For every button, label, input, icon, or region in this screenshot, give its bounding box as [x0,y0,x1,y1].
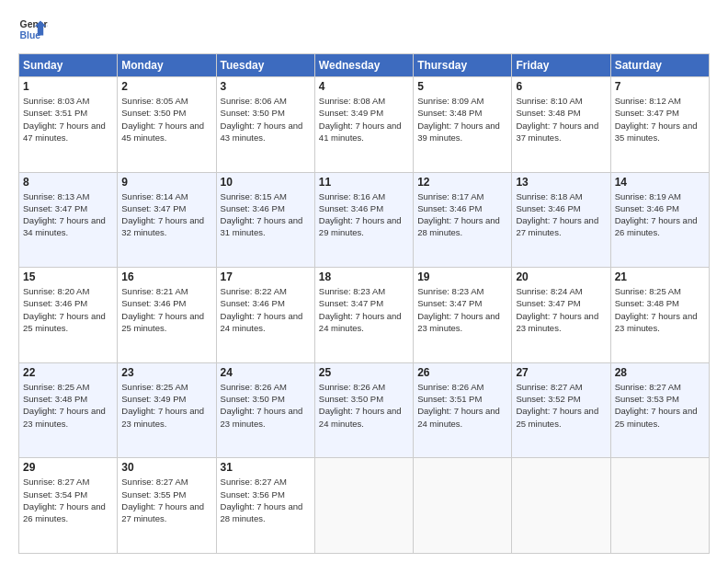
day-number: 17 [221,270,311,283]
calendar-cell: 23 Sunrise: 8:25 AMSunset: 3:49 PMDaylig… [118,362,216,458]
day-header-wednesday: Wednesday [314,54,413,77]
calendar-cell: 14 Sunrise: 8:19 AMSunset: 3:46 PMDaylig… [610,172,709,268]
calendar-cell [314,458,413,554]
day-info: Sunrise: 8:03 AMSunset: 3:51 PMDaylight:… [23,96,106,143]
calendar-cell: 15 Sunrise: 8:20 AMSunset: 3:46 PMDaylig… [19,268,118,363]
day-info: Sunrise: 8:25 AMSunset: 3:49 PMDaylight:… [121,382,204,429]
logo-icon: General Blue [18,15,48,44]
day-number: 14 [615,176,705,189]
calendar-cell [512,458,610,554]
day-header-thursday: Thursday [414,54,512,77]
day-info: Sunrise: 8:23 AMSunset: 3:47 PMDaylight:… [319,286,402,333]
week-row-1: 1 Sunrise: 8:03 AMSunset: 3:51 PMDayligh… [19,77,710,173]
day-number: 21 [615,270,705,283]
day-number: 3 [221,80,311,93]
calendar-cell: 28 Sunrise: 8:27 AMSunset: 3:53 PMDaylig… [610,362,709,458]
day-number: 27 [516,366,606,379]
day-info: Sunrise: 8:16 AMSunset: 3:46 PMDaylight:… [319,191,402,238]
day-number: 2 [121,80,211,93]
day-number: 20 [516,270,606,283]
day-info: Sunrise: 8:13 AMSunset: 3:47 PMDaylight:… [23,191,106,238]
day-info: Sunrise: 8:26 AMSunset: 3:50 PMDaylight:… [221,382,303,429]
day-number: 28 [615,366,705,379]
calendar-cell: 25 Sunrise: 8:26 AMSunset: 3:50 PMDaylig… [314,362,413,458]
day-header-saturday: Saturday [610,54,709,77]
day-number: 9 [121,176,211,189]
calendar-cell [610,458,709,554]
day-number: 10 [221,176,311,189]
day-info: Sunrise: 8:06 AMSunset: 3:50 PMDaylight:… [221,96,303,143]
week-row-5: 29 Sunrise: 8:27 AMSunset: 3:54 PMDaylig… [19,458,710,554]
week-row-3: 15 Sunrise: 8:20 AMSunset: 3:46 PMDaylig… [19,268,710,363]
day-info: Sunrise: 8:25 AMSunset: 3:48 PMDaylight:… [23,382,106,429]
day-number: 11 [319,176,409,189]
day-info: Sunrise: 8:26 AMSunset: 3:51 PMDaylight:… [417,382,500,429]
calendar-cell: 3 Sunrise: 8:06 AMSunset: 3:50 PMDayligh… [216,77,314,173]
calendar-cell: 8 Sunrise: 8:13 AMSunset: 3:47 PMDayligh… [19,172,118,268]
day-info: Sunrise: 8:05 AMSunset: 3:50 PMDaylight:… [121,96,204,143]
calendar-cell: 1 Sunrise: 8:03 AMSunset: 3:51 PMDayligh… [19,77,118,173]
calendar-cell: 9 Sunrise: 8:14 AMSunset: 3:47 PMDayligh… [118,172,216,268]
day-info: Sunrise: 8:24 AMSunset: 3:47 PMDaylight:… [516,286,598,333]
logo: General Blue [18,15,48,44]
calendar-cell: 4 Sunrise: 8:08 AMSunset: 3:49 PMDayligh… [314,77,413,173]
day-info: Sunrise: 8:27 AMSunset: 3:53 PMDaylight:… [615,382,698,429]
day-info: Sunrise: 8:27 AMSunset: 3:54 PMDaylight:… [23,477,106,523]
calendar-cell: 24 Sunrise: 8:26 AMSunset: 3:50 PMDaylig… [216,362,314,458]
day-number: 26 [417,366,507,379]
day-header-tuesday: Tuesday [216,54,314,77]
calendar-cell: 21 Sunrise: 8:25 AMSunset: 3:48 PMDaylig… [610,268,709,363]
calendar-cell [414,458,512,554]
day-info: Sunrise: 8:19 AMSunset: 3:46 PMDaylight:… [615,191,698,238]
calendar-cell: 6 Sunrise: 8:10 AMSunset: 3:48 PMDayligh… [512,77,610,173]
calendar-cell: 30 Sunrise: 8:27 AMSunset: 3:55 PMDaylig… [118,458,216,554]
day-number: 5 [417,80,507,93]
page-header: General Blue [18,15,710,44]
day-info: Sunrise: 8:27 AMSunset: 3:52 PMDaylight:… [516,382,598,429]
calendar-cell: 7 Sunrise: 8:12 AMSunset: 3:47 PMDayligh… [610,77,709,173]
calendar-cell: 27 Sunrise: 8:27 AMSunset: 3:52 PMDaylig… [512,362,610,458]
day-number: 30 [121,461,211,474]
week-row-2: 8 Sunrise: 8:13 AMSunset: 3:47 PMDayligh… [19,172,710,268]
day-header-monday: Monday [118,54,216,77]
calendar-cell: 5 Sunrise: 8:09 AMSunset: 3:48 PMDayligh… [414,77,512,173]
day-info: Sunrise: 8:27 AMSunset: 3:55 PMDaylight:… [121,477,204,523]
day-info: Sunrise: 8:25 AMSunset: 3:48 PMDaylight:… [615,286,698,333]
calendar-cell: 29 Sunrise: 8:27 AMSunset: 3:54 PMDaylig… [19,458,118,554]
day-info: Sunrise: 8:22 AMSunset: 3:46 PMDaylight:… [221,286,303,333]
day-info: Sunrise: 8:20 AMSunset: 3:46 PMDaylight:… [23,286,106,333]
day-number: 22 [23,366,113,379]
day-number: 7 [615,80,705,93]
day-info: Sunrise: 8:21 AMSunset: 3:46 PMDaylight:… [121,286,204,333]
day-header-sunday: Sunday [19,54,118,77]
day-number: 12 [417,176,507,189]
day-info: Sunrise: 8:14 AMSunset: 3:47 PMDaylight:… [121,191,204,238]
day-info: Sunrise: 8:26 AMSunset: 3:50 PMDaylight:… [319,382,402,429]
calendar-cell: 22 Sunrise: 8:25 AMSunset: 3:48 PMDaylig… [19,362,118,458]
calendar-cell: 2 Sunrise: 8:05 AMSunset: 3:50 PMDayligh… [118,77,216,173]
week-row-4: 22 Sunrise: 8:25 AMSunset: 3:48 PMDaylig… [19,362,710,458]
day-number: 1 [23,80,113,93]
day-info: Sunrise: 8:23 AMSunset: 3:47 PMDaylight:… [417,286,500,333]
calendar-cell: 17 Sunrise: 8:22 AMSunset: 3:46 PMDaylig… [216,268,314,363]
day-number: 6 [516,80,606,93]
day-info: Sunrise: 8:12 AMSunset: 3:47 PMDaylight:… [615,96,698,143]
day-info: Sunrise: 8:15 AMSunset: 3:46 PMDaylight:… [221,191,303,238]
calendar-cell: 20 Sunrise: 8:24 AMSunset: 3:47 PMDaylig… [512,268,610,363]
day-number: 16 [121,270,211,283]
day-number: 24 [221,366,311,379]
calendar-cell: 12 Sunrise: 8:17 AMSunset: 3:46 PMDaylig… [414,172,512,268]
day-number: 8 [23,176,113,189]
day-info: Sunrise: 8:17 AMSunset: 3:46 PMDaylight:… [417,191,500,238]
calendar-body: 1 Sunrise: 8:03 AMSunset: 3:51 PMDayligh… [19,77,710,554]
calendar-page: General Blue SundayMondayTuesdayWednesda… [0,0,728,563]
calendar-header-row: SundayMondayTuesdayWednesdayThursdayFrid… [19,54,710,77]
day-number: 19 [417,270,507,283]
day-info: Sunrise: 8:10 AMSunset: 3:48 PMDaylight:… [516,96,598,143]
calendar-cell: 26 Sunrise: 8:26 AMSunset: 3:51 PMDaylig… [414,362,512,458]
day-number: 4 [319,80,409,93]
day-info: Sunrise: 8:18 AMSunset: 3:46 PMDaylight:… [516,191,598,238]
calendar-cell: 19 Sunrise: 8:23 AMSunset: 3:47 PMDaylig… [414,268,512,363]
day-number: 31 [221,461,311,474]
day-info: Sunrise: 8:08 AMSunset: 3:49 PMDaylight:… [319,96,402,143]
